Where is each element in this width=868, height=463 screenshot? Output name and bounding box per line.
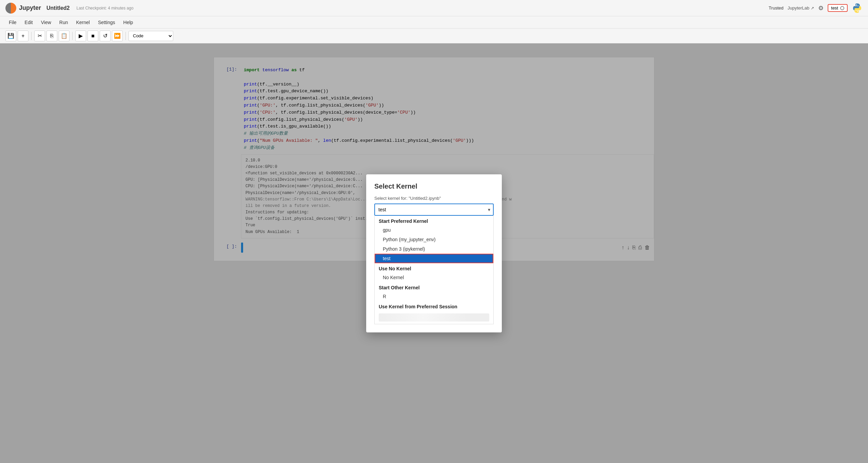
- jupyterlab-label: JupyterLab: [788, 5, 809, 11]
- menu-edit[interactable]: Edit: [21, 18, 36, 26]
- jupyter-logo-icon: [5, 3, 16, 14]
- kernel-indicator[interactable]: test: [828, 4, 848, 12]
- kernel-select-wrapper: ▾: [374, 204, 494, 216]
- select-kernel-modal: Select Kernel Select kernel for: "Untitl…: [366, 174, 502, 332]
- kernel-dropdown-list: Start Preferred Kernel gpu Python (my_ju…: [374, 216, 494, 324]
- menu-run[interactable]: Run: [56, 18, 72, 26]
- app-title: Jupyter: [19, 4, 41, 12]
- menubar: File Edit View Run Kernel Settings Help: [0, 16, 868, 28]
- menu-kernel[interactable]: Kernel: [73, 18, 93, 26]
- restart-run-all-button[interactable]: ⏩: [112, 31, 123, 41]
- menu-help[interactable]: Help: [120, 18, 137, 26]
- topbar: Jupyter Untitled2 Last Checkpoint: 4 min…: [0, 0, 868, 16]
- jupyter-logo: Jupyter: [5, 3, 41, 14]
- notebook-area: [1]: import tensorflow as tf print(tf.__…: [0, 43, 868, 463]
- interrupt-button[interactable]: ■: [87, 31, 98, 41]
- topbar-right: Trusted JupyterLab ↗ ⚙ test: [769, 3, 863, 14]
- group-header-no-kernel: Use No Kernel: [375, 263, 493, 273]
- blurred-session-row: [379, 313, 489, 322]
- group-header-other-kernel: Start Other Kernel: [375, 282, 493, 292]
- jupyterlab-button[interactable]: JupyterLab ↗: [788, 5, 814, 11]
- kernel-option-my-jupyter[interactable]: Python (my_jupyter_env): [375, 235, 493, 244]
- kernel-option-python3[interactable]: Python 3 (ipykernel): [375, 244, 493, 254]
- copy-button[interactable]: ⎘: [46, 31, 57, 41]
- separator-3: [125, 32, 126, 40]
- cell-type-select[interactable]: Code Markdown Raw NBConvert Heading: [129, 31, 173, 41]
- modal-overlay: Select Kernel Select kernel for: "Untitl…: [0, 43, 868, 463]
- group-header-preferred-session: Use Kernel from Preferred Session: [375, 301, 493, 311]
- add-cell-button[interactable]: +: [18, 31, 28, 41]
- kernel-name-label: test: [831, 5, 838, 11]
- separator-1: [31, 32, 32, 40]
- group-header-preferred: Start Preferred Kernel: [375, 216, 493, 225]
- separator-2: [72, 32, 73, 40]
- notebook-title: Untitled2: [46, 5, 70, 11]
- cut-button[interactable]: ✂: [34, 31, 45, 41]
- save-button[interactable]: 💾: [5, 31, 16, 41]
- kernel-option-no-kernel[interactable]: No Kernel: [375, 273, 493, 282]
- external-link-icon: ↗: [811, 6, 814, 11]
- toolbar: 💾 + ✂ ⎘ 📋 ▶ ■ ↺ ⏩ Code Markdown Raw NBCo…: [0, 28, 868, 43]
- restart-button[interactable]: ↺: [100, 31, 111, 41]
- modal-title: Select Kernel: [374, 182, 494, 190]
- modal-subtitle: Select kernel for: "Untitled2.ipynb": [374, 196, 494, 201]
- checkpoint-info: Last Checkpoint: 4 minutes ago: [76, 6, 133, 11]
- settings-icon[interactable]: ⚙: [818, 4, 824, 12]
- kernel-option-r[interactable]: R: [375, 292, 493, 301]
- python-logo: [852, 3, 863, 14]
- menu-settings[interactable]: Settings: [95, 18, 119, 26]
- kernel-select-input[interactable]: [374, 204, 494, 216]
- paste-button[interactable]: 📋: [59, 31, 70, 41]
- menu-view[interactable]: View: [38, 18, 55, 26]
- kernel-status-circle: [840, 6, 844, 10]
- kernel-option-test[interactable]: test: [375, 254, 493, 263]
- trusted-label: Trusted: [769, 5, 784, 11]
- run-button[interactable]: ▶: [75, 31, 86, 41]
- menu-file[interactable]: File: [5, 18, 20, 26]
- kernel-option-gpu[interactable]: gpu: [375, 225, 493, 235]
